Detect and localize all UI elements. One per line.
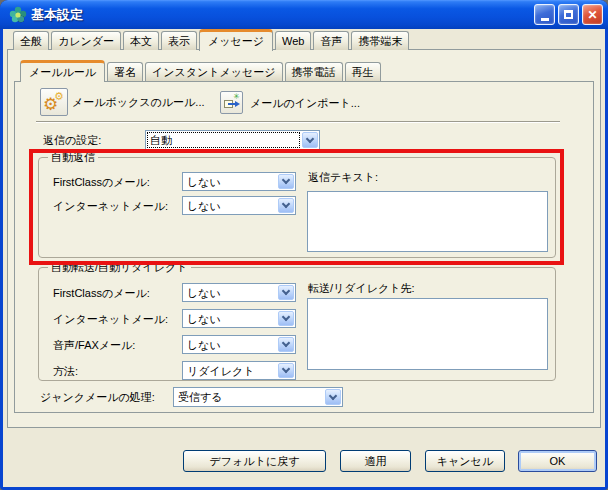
maximize-icon[interactable]	[558, 4, 579, 25]
forward-destination-label: 転送/リダイレクト先:	[308, 282, 415, 295]
forward-voicefax-label: 音声/FAXメール:	[53, 339, 135, 352]
forward-voicefax-combo[interactable]: しない	[182, 335, 296, 354]
mail-import-button[interactable]: ✳	[220, 91, 243, 114]
auto-reply-group-title: 自動返信	[48, 151, 98, 164]
tab-body[interactable]: 本文	[123, 31, 159, 50]
window-title: 基本設定	[31, 6, 83, 24]
tab-mail-rules[interactable]: メールルール	[20, 60, 105, 82]
forward-internet-label: インターネットメール:	[53, 313, 168, 326]
preferences-dialog: 基本設定 ✕ 全般 カレンダー 本文 表示 メッセージ Web 音声 携帯端末 …	[0, 0, 608, 490]
forward-method-value: リダイレクト	[183, 362, 277, 379]
autoreply-firstclass-label: FirstClassのメール:	[53, 176, 150, 189]
reply-text-area[interactable]	[307, 191, 548, 252]
tab-signature[interactable]: 署名	[107, 62, 143, 81]
forward-destination-area[interactable]	[307, 298, 548, 370]
auto-forward-group-title: 自動転送/自動リダイレクト	[48, 261, 191, 274]
junk-mail-combo[interactable]: 受信する	[173, 387, 343, 407]
autoreply-internet-label: インターネットメール:	[53, 200, 168, 213]
mail-import-label[interactable]: メールのインポート...	[250, 97, 360, 110]
mailbox-rules-label[interactable]: メールボックスのルール...	[72, 96, 205, 109]
forward-firstclass-label: FirstClassのメール:	[53, 287, 150, 300]
close-icon[interactable]: ✕	[582, 4, 603, 25]
tab-web[interactable]: Web	[275, 31, 311, 50]
forward-voicefax-value: しない	[183, 336, 277, 353]
forward-firstclass-value: しない	[183, 284, 277, 301]
forward-internet-combo[interactable]: しない	[182, 309, 296, 328]
reply-setting-label: 返信の設定:	[43, 134, 101, 147]
cancel-button[interactable]: キャンセル	[425, 450, 505, 472]
tab-message[interactable]: メッセージ	[199, 29, 273, 51]
autoreply-internet-value: しない	[183, 197, 277, 214]
junk-mail-label: ジャンクメールの処理:	[40, 391, 155, 404]
apply-button[interactable]: 適用	[340, 450, 411, 472]
chevron-down-icon[interactable]	[325, 389, 341, 405]
firstclass-flower-icon	[9, 6, 27, 24]
mailbox-rules-button[interactable]: ⚙ ⚙	[40, 88, 68, 116]
secondary-tab-bar: メールルール 署名 インスタントメッセージ 携帯電話 再生	[20, 60, 383, 81]
chevron-down-icon[interactable]	[278, 363, 294, 378]
tab-calendar[interactable]: カレンダー	[51, 31, 121, 50]
ok-button[interactable]: OK	[518, 450, 597, 472]
tab-general[interactable]: 全般	[13, 31, 49, 50]
toolbar-separator	[36, 121, 560, 123]
reply-setting-value: 自動	[146, 131, 301, 149]
chevron-down-icon[interactable]	[278, 311, 294, 326]
forward-method-label: 方法:	[53, 365, 78, 378]
autoreply-firstclass-value: しない	[183, 173, 277, 190]
forward-method-combo[interactable]: リダイレクト	[182, 361, 296, 380]
junk-mail-value: 受信する	[174, 388, 324, 406]
gear-small-icon: ⚙	[54, 91, 64, 102]
autoreply-internet-combo[interactable]: しない	[182, 196, 296, 215]
restore-defaults-button[interactable]: デフォルトに戻す	[183, 450, 326, 472]
reply-setting-combo[interactable]: 自動	[145, 130, 320, 150]
title-bar[interactable]: 基本設定 ✕	[0, 0, 608, 29]
tab-mobile-device[interactable]: 携帯端末	[351, 31, 409, 50]
autoreply-firstclass-combo[interactable]: しない	[182, 172, 296, 191]
forward-internet-value: しない	[183, 310, 277, 327]
tab-display[interactable]: 表示	[161, 31, 197, 50]
minimize-icon[interactable]	[534, 4, 555, 25]
tab-instant-message[interactable]: インスタントメッセージ	[145, 62, 283, 81]
chevron-down-icon[interactable]	[302, 132, 318, 148]
tab-mobile-phone[interactable]: 携帯電話	[285, 62, 343, 81]
primary-tab-bar: 全般 カレンダー 本文 表示 メッセージ Web 音声 携帯端末	[13, 30, 411, 50]
tab-playback[interactable]: 再生	[345, 62, 381, 81]
chevron-down-icon[interactable]	[278, 285, 294, 300]
forward-firstclass-combo[interactable]: しない	[182, 283, 296, 302]
chevron-down-icon[interactable]	[278, 198, 294, 213]
reply-text-label: 返信テキスト:	[308, 171, 378, 184]
chevron-down-icon[interactable]	[278, 337, 294, 352]
chevron-down-icon[interactable]	[278, 174, 294, 189]
tab-voice[interactable]: 音声	[313, 31, 349, 50]
